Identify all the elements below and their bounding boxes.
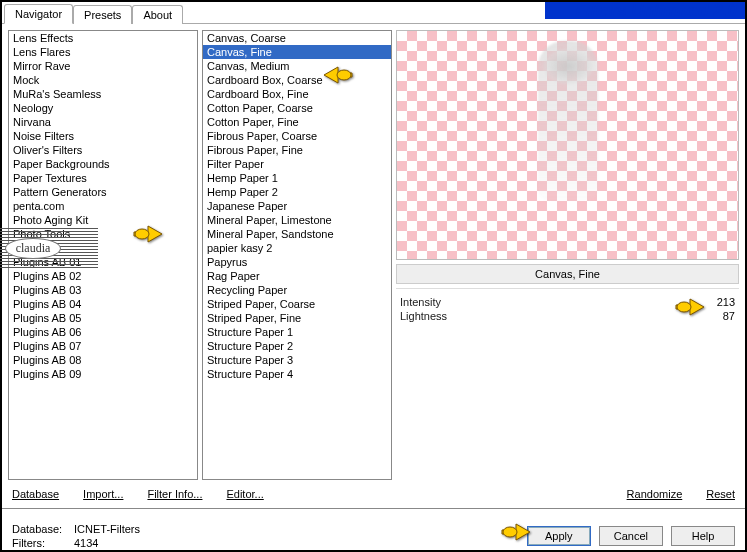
tab-presets[interactable]: Presets — [73, 5, 132, 24]
app-window: Filters Unlimited 2.0 Navigator Presets … — [0, 0, 747, 552]
randomize-link[interactable]: Randomize — [627, 488, 683, 500]
filter-item[interactable]: Rag Paper — [203, 269, 391, 283]
tab-about[interactable]: About — [132, 5, 183, 24]
parameters-panel: Intensity213Lightness87 — [396, 288, 739, 480]
category-item[interactable]: Plugins AB 05 — [9, 311, 197, 325]
database-link[interactable]: Database — [12, 488, 59, 500]
right-pane: Canvas, Fine Intensity213Lightness87 cla… — [396, 30, 739, 480]
category-item[interactable]: Mock — [9, 73, 197, 87]
category-item[interactable]: Plugins AB 02 — [9, 269, 197, 283]
filter-item[interactable]: Mineral Paper, Limestone — [203, 213, 391, 227]
filter-item[interactable]: Cotton Paper, Coarse — [203, 101, 391, 115]
import-link[interactable]: Import... — [83, 488, 123, 500]
filter-item[interactable]: Filter Paper — [203, 157, 391, 171]
cancel-button[interactable]: Cancel — [599, 526, 663, 546]
filter-item[interactable]: Structure Paper 2 — [203, 339, 391, 353]
filter-item[interactable]: Cardboard Box, Fine — [203, 87, 391, 101]
category-item[interactable]: Plugins AB 06 — [9, 325, 197, 339]
category-item[interactable]: Plugins AB 04 — [9, 297, 197, 311]
preview-panel — [396, 30, 739, 260]
category-item[interactable]: Plugins AB 09 — [9, 367, 197, 381]
category-item[interactable]: Plugins AB 03 — [9, 283, 197, 297]
category-item[interactable]: Photo Aging Kit — [9, 213, 197, 227]
category-item[interactable]: Plugins AB 08 — [9, 353, 197, 367]
watermark: claudia — [0, 228, 98, 268]
category-item[interactable]: MuRa's Seamless — [9, 87, 197, 101]
main-area: Lens EffectsLens FlaresMirror RaveMockMu… — [2, 24, 745, 480]
filter-item[interactable]: Striped Paper, Coarse — [203, 297, 391, 311]
reset-link[interactable]: Reset — [706, 488, 735, 500]
category-item[interactable]: Plugins AB 07 — [9, 339, 197, 353]
category-item[interactable]: Lens Effects — [9, 31, 197, 45]
category-item[interactable]: Paper Backgrounds — [9, 157, 197, 171]
param-row[interactable]: Intensity213 — [396, 295, 739, 309]
category-item[interactable]: Nirvana — [9, 115, 197, 129]
filter-item[interactable]: Mineral Paper, Sandstone — [203, 227, 391, 241]
apply-button[interactable]: Apply — [527, 526, 591, 546]
filter-item[interactable]: Cotton Paper, Fine — [203, 115, 391, 129]
filter-item[interactable]: Fibrous Paper, Coarse — [203, 129, 391, 143]
status-db-label: Database: — [12, 523, 68, 535]
filter-item[interactable]: Cardboard Box, Coarse — [203, 73, 391, 87]
status-db-value: ICNET-Filters — [74, 523, 140, 535]
category-item[interactable]: Mirror Rave — [9, 59, 197, 73]
filter-item[interactable]: Canvas, Fine — [203, 45, 391, 59]
param-value: 213 — [699, 296, 735, 308]
filter-item[interactable]: Striped Paper, Fine — [203, 311, 391, 325]
status-filters-value: 4134 — [74, 537, 98, 549]
editor-link[interactable]: Editor... — [226, 488, 263, 500]
status-info: Database: ICNET-Filters Filters: 4134 — [12, 523, 140, 549]
tab-navigator[interactable]: Navigator — [4, 4, 73, 24]
filter-item[interactable]: Papyrus — [203, 255, 391, 269]
title-bar: Filters Unlimited 2.0 — [425, 2, 745, 22]
filter-item[interactable]: Structure Paper 3 — [203, 353, 391, 367]
help-button[interactable]: Help — [671, 526, 735, 546]
category-item[interactable]: Lens Flares — [9, 45, 197, 59]
filter-item[interactable]: Hemp Paper 1 — [203, 171, 391, 185]
status-bar: Database: ICNET-Filters Filters: 4134 Ap… — [2, 508, 745, 552]
link-bar: Database Import... Filter Info... Editor… — [2, 480, 745, 508]
filter-item[interactable]: Canvas, Medium — [203, 59, 391, 73]
category-item[interactable]: Noise Filters — [9, 129, 197, 143]
filter-item[interactable]: Structure Paper 4 — [203, 367, 391, 381]
category-item[interactable]: Pattern Generators — [9, 185, 197, 199]
app-title: Filters Unlimited 2.0 — [575, 1, 737, 21]
param-label: Intensity — [400, 296, 441, 308]
filter-info-link[interactable]: Filter Info... — [147, 488, 202, 500]
filter-item[interactable]: Japanese Paper — [203, 199, 391, 213]
param-row[interactable]: Lightness87 — [396, 309, 739, 323]
filter-item[interactable]: Canvas, Coarse — [203, 31, 391, 45]
param-value: 87 — [699, 310, 735, 322]
filter-list[interactable]: Canvas, CoarseCanvas, FineCanvas, Medium… — [202, 30, 392, 480]
category-item[interactable]: penta.com — [9, 199, 197, 213]
filter-item[interactable]: Fibrous Paper, Fine — [203, 143, 391, 157]
button-row: Apply Cancel Help — [527, 526, 735, 546]
param-label: Lightness — [400, 310, 447, 322]
current-filter-label: Canvas, Fine — [396, 264, 739, 284]
preview-image — [538, 41, 598, 201]
filter-item[interactable]: Hemp Paper 2 — [203, 185, 391, 199]
filter-item[interactable]: Structure Paper 1 — [203, 325, 391, 339]
status-filters-label: Filters: — [12, 537, 68, 549]
category-item[interactable]: Oliver's Filters — [9, 143, 197, 157]
category-item[interactable]: Paper Textures — [9, 171, 197, 185]
category-item[interactable]: Neology — [9, 101, 197, 115]
filter-item[interactable]: Recycling Paper — [203, 283, 391, 297]
filter-item[interactable]: papier kasy 2 — [203, 241, 391, 255]
